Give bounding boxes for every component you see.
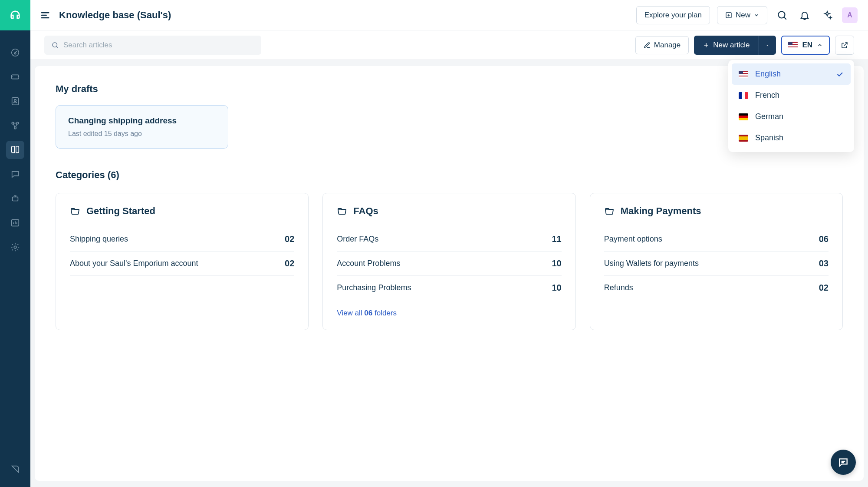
svg-rect-11: [41, 14, 47, 16]
draft-title: Changing shipping address: [68, 116, 216, 126]
category-header: FAQs: [337, 205, 561, 217]
new-button[interactable]: New: [717, 6, 767, 24]
category-item[interactable]: Using Wallets for payments03: [604, 252, 829, 276]
category-item[interactable]: Shipping queries02: [70, 227, 294, 252]
language-dropdown: EnglishFrenchGermanSpanish: [728, 60, 854, 152]
category-card: Making PaymentsPayment options06Using Wa…: [590, 193, 843, 330]
language-code: EN: [802, 41, 812, 50]
sidebar-item-knowledge-base[interactable]: [6, 141, 24, 159]
category-item[interactable]: Order FAQs11: [337, 227, 561, 252]
explore-plan-button[interactable]: Explore your plan: [636, 6, 710, 24]
category-card: Getting StartedShipping queries02About y…: [56, 193, 309, 330]
new-article-split-button: New article: [694, 36, 776, 55]
category-item-label: Shipping queries: [70, 235, 128, 244]
language-option-german[interactable]: German: [732, 106, 851, 127]
categories-heading: Categories (6): [56, 169, 843, 181]
sidebar-item-dashboard[interactable]: [6, 43, 24, 62]
category-name: FAQs: [353, 205, 378, 217]
check-icon: [836, 70, 844, 78]
category-item-count: 10: [552, 258, 561, 268]
category-item-label: Purchasing Problems: [337, 283, 411, 292]
flag-es-icon: [739, 135, 748, 142]
category-name: Making Payments: [621, 205, 701, 217]
top-header: Knowledge base (Saul's) Explore your pla…: [30, 0, 868, 30]
sidebar-item-reports[interactable]: [6, 214, 24, 232]
svg-rect-1: [12, 75, 19, 79]
svg-point-9: [14, 246, 16, 248]
language-option-french[interactable]: French: [732, 85, 851, 106]
category-card: FAQsOrder FAQs11Account Problems10Purcha…: [322, 193, 575, 330]
user-avatar[interactable]: A: [842, 7, 858, 23]
language-option-label: French: [755, 91, 779, 100]
category-header: Getting Started: [70, 205, 294, 217]
category-item-count: 02: [819, 283, 829, 293]
sidebar-item-chat[interactable]: [6, 165, 24, 183]
category-item-label: Refunds: [604, 283, 633, 292]
new-button-label: New: [736, 11, 750, 20]
flag-us-icon: [788, 42, 798, 49]
category-grid: Getting StartedShipping queries02About y…: [56, 193, 843, 330]
category-item[interactable]: About your Saul's Emporium account02: [70, 252, 294, 276]
language-option-label: Spanish: [755, 133, 783, 142]
draft-meta: Last edited 15 days ago: [68, 130, 216, 138]
action-bar: Manage New article EN EnglishFrenc: [30, 30, 868, 60]
language-option-english[interactable]: English: [732, 63, 851, 85]
left-sidebar: [0, 0, 30, 487]
folder-icon: [70, 206, 80, 216]
sidebar-item-integrations[interactable]: [6, 116, 24, 135]
svg-rect-7: [13, 197, 18, 201]
language-option-label: English: [755, 70, 781, 79]
drafts-heading: My drafts: [56, 83, 843, 95]
category-item[interactable]: Purchasing Problems10: [337, 276, 561, 300]
notifications-button[interactable]: [797, 7, 812, 23]
manage-button-label: Manage: [654, 41, 681, 50]
category-item-count: 03: [819, 258, 829, 268]
folder-icon: [604, 206, 615, 216]
new-article-label: New article: [713, 41, 750, 50]
page-title: Knowledge base (Saul's): [59, 10, 628, 21]
app-logo[interactable]: [0, 0, 30, 30]
flag-de-icon: [739, 113, 748, 120]
search-input[interactable]: [63, 41, 254, 50]
category-header: Making Payments: [604, 205, 829, 217]
language-selector-button[interactable]: EN: [781, 36, 830, 55]
sidebar-item-tickets[interactable]: [6, 68, 24, 86]
svg-point-3: [14, 99, 16, 102]
sidebar-item-contacts[interactable]: [6, 92, 24, 110]
category-item-count: 02: [285, 234, 294, 244]
draft-card[interactable]: Changing shipping address Last edited 15…: [56, 105, 228, 149]
category-item-label: Payment options: [604, 235, 662, 244]
category-item[interactable]: Payment options06: [604, 227, 829, 252]
category-item-label: Order FAQs: [337, 235, 378, 244]
category-item-count: 02: [285, 258, 294, 268]
view-all-link[interactable]: View all 06 folders: [337, 309, 561, 318]
svg-point-14: [778, 11, 785, 18]
sidebar-item-freshworks[interactable]: [6, 460, 24, 478]
new-article-button[interactable]: New article: [694, 36, 758, 55]
category-item[interactable]: Refunds02: [604, 276, 829, 300]
search-button[interactable]: [774, 7, 790, 23]
category-item-count: 06: [819, 234, 829, 244]
category-item[interactable]: Account Problems10: [337, 252, 561, 276]
flag-fr-icon: [739, 92, 748, 99]
sidebar-item-settings[interactable]: [6, 238, 24, 256]
category-name: Getting Started: [86, 205, 155, 217]
new-article-dropdown[interactable]: [758, 36, 776, 55]
language-option-label: German: [755, 112, 783, 121]
search-icon: [51, 41, 59, 49]
category-item-count: 10: [552, 283, 561, 293]
sidebar-item-bot[interactable]: [6, 189, 24, 208]
chat-fab[interactable]: [831, 450, 856, 475]
category-item-label: Account Problems: [337, 259, 400, 268]
external-link-button[interactable]: [835, 36, 854, 55]
language-option-spanish[interactable]: Spanish: [732, 127, 851, 149]
ai-sparkle-button[interactable]: [819, 7, 835, 23]
search-box[interactable]: [44, 36, 261, 55]
svg-point-15: [53, 43, 57, 47]
manage-button[interactable]: Manage: [635, 36, 689, 54]
menu-toggle-button[interactable]: [41, 10, 51, 20]
svg-rect-12: [41, 17, 49, 18]
category-item-label: About your Saul's Emporium account: [70, 259, 198, 268]
category-item-count: 11: [552, 234, 561, 244]
category-item-label: Using Wallets for payments: [604, 259, 699, 268]
